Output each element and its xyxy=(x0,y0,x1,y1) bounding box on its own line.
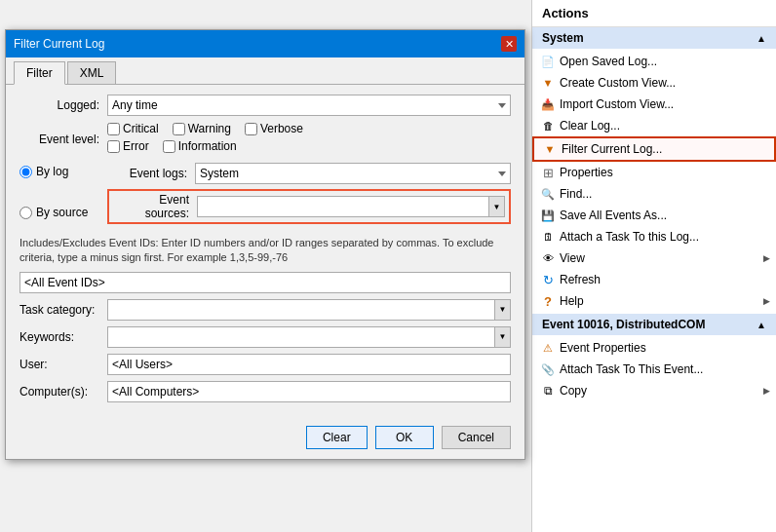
event-logs-label: Event logs: xyxy=(107,167,195,180)
logged-select[interactable]: Any time Last hour Last 12 hours Last 24… xyxy=(107,95,511,116)
task-category-input[interactable] xyxy=(108,300,494,320)
actions-panel: Actions System ▲ Open Saved Log... Creat… xyxy=(531,0,776,532)
verbose-checkbox-item[interactable]: Verbose xyxy=(245,122,303,135)
view-icon xyxy=(540,250,556,266)
critical-checkbox[interactable] xyxy=(107,123,120,135)
warning-checkbox[interactable] xyxy=(173,123,185,135)
dialog-title: Filter Current Log xyxy=(14,37,104,51)
warning-checkbox-item[interactable]: Warning xyxy=(173,122,231,135)
event-actions-list: Event Properties Attach Task To This Eve… xyxy=(532,335,776,403)
keywords-control: ▼ xyxy=(107,326,511,348)
task-category-control: ▼ xyxy=(107,299,511,321)
radio-col: By log By source xyxy=(19,163,107,230)
critical-checkbox-item[interactable]: Critical xyxy=(107,122,159,135)
by-log-radio[interactable] xyxy=(19,166,32,178)
keywords-input[interactable] xyxy=(108,327,494,347)
event-level-label: Event level: xyxy=(19,133,107,146)
system-collapse-arrow[interactable]: ▲ xyxy=(757,33,766,44)
action-save-all-events[interactable]: Save All Events As... xyxy=(532,205,776,226)
event-ids-input[interactable] xyxy=(19,272,511,293)
verbose-label: Verbose xyxy=(260,122,303,135)
computer-input[interactable] xyxy=(107,381,511,402)
clear-button[interactable]: Clear xyxy=(306,426,368,449)
find-icon xyxy=(540,186,556,202)
action-help[interactable]: Help xyxy=(532,290,776,312)
action-attach-task-event[interactable]: Attach Task To This Event... xyxy=(532,359,776,380)
keywords-wrapper: ▼ xyxy=(107,326,511,348)
verbose-checkbox[interactable] xyxy=(245,123,257,135)
event-collapse-arrow[interactable]: ▲ xyxy=(757,320,766,330)
user-input[interactable] xyxy=(107,354,511,375)
attach-icon xyxy=(540,361,556,377)
keywords-dropdown-btn[interactable]: ▼ xyxy=(494,327,510,347)
event-ids-row xyxy=(19,272,511,293)
import-icon xyxy=(540,96,556,112)
keywords-row: Keywords: ▼ xyxy=(19,326,511,348)
ok-button[interactable]: OK xyxy=(375,426,434,449)
action-import-custom-view[interactable]: Import Custom View... xyxy=(532,94,776,115)
error-checkbox-item[interactable]: Error xyxy=(107,139,149,153)
system-section-title: System xyxy=(542,31,584,45)
computer-label: Computer(s): xyxy=(19,385,107,399)
filter-current-log-dialog: Filter Current Log ✕ Filter XML Logged: … xyxy=(5,29,525,460)
event-section-title: Event 10016, DistributedCOM xyxy=(542,318,705,331)
error-checkbox[interactable] xyxy=(107,140,120,153)
logged-row: Logged: Any time Last hour Last 12 hours… xyxy=(19,95,511,116)
by-source-label: By source xyxy=(36,206,88,219)
action-create-custom-view[interactable]: Create Custom View... xyxy=(532,72,776,94)
information-checkbox-item[interactable]: Information xyxy=(163,139,237,153)
dialog-body: Logged: Any time Last hour Last 12 hours… xyxy=(6,85,524,418)
event-sources-label: Event sources: xyxy=(113,193,197,220)
action-filter-current-log[interactable]: Filter Current Log... xyxy=(532,136,776,162)
action-refresh[interactable]: Refresh xyxy=(532,269,776,290)
event-section-header[interactable]: Event 10016, DistributedCOM ▲ xyxy=(532,314,776,335)
event-sources-row: Event sources: ▼ xyxy=(107,189,511,224)
event-level-checkboxes-row2: Error Information xyxy=(107,139,511,153)
system-section-header[interactable]: System ▲ xyxy=(532,27,776,49)
funnel-icon xyxy=(540,75,556,91)
logged-control: Any time Last hour Last 12 hours Last 24… xyxy=(107,95,511,116)
action-view[interactable]: View xyxy=(532,247,776,269)
task-category-label: Task category: xyxy=(19,303,107,317)
event-sources-input[interactable] xyxy=(198,197,488,216)
clear-icon xyxy=(540,118,556,133)
event-sources-input-wrapper: ▼ xyxy=(197,196,505,217)
props-icon xyxy=(540,165,556,180)
by-log-radio-item[interactable]: By log xyxy=(19,165,99,178)
event-sources-dropdown-btn[interactable]: ▼ xyxy=(488,197,504,216)
information-label: Information xyxy=(178,139,237,153)
actions-header: Actions xyxy=(532,0,776,27)
action-clear-log[interactable]: Clear Log... xyxy=(532,115,776,136)
action-find[interactable]: Find... xyxy=(532,183,776,205)
filter-icon xyxy=(542,141,558,157)
warning-label: Warning xyxy=(188,122,231,135)
action-attach-task-log[interactable]: Attach a Task To this Log... xyxy=(532,226,776,247)
help-icon xyxy=(540,293,556,309)
description-text: Includes/Excludes Event IDs: Enter ID nu… xyxy=(19,236,511,266)
copy-icon xyxy=(540,383,556,399)
page-icon xyxy=(540,54,556,69)
dialog-close-button[interactable]: ✕ xyxy=(501,36,517,52)
cancel-button[interactable]: Cancel xyxy=(442,426,511,449)
event-logs-select[interactable]: System xyxy=(195,163,511,184)
by-source-radio[interactable] xyxy=(19,207,32,219)
user-row: User: xyxy=(19,354,511,375)
action-copy[interactable]: Copy xyxy=(532,380,776,401)
task-category-dropdown-btn[interactable]: ▼ xyxy=(494,300,510,320)
event-icon xyxy=(540,340,556,356)
computer-row: Computer(s): xyxy=(19,381,511,402)
by-source-radio-item[interactable]: By source xyxy=(19,206,99,219)
action-properties[interactable]: Properties xyxy=(532,162,776,183)
task-category-wrapper: ▼ xyxy=(107,299,511,321)
event-level-checkboxes-row1: Critical Warning Verbose xyxy=(107,122,511,135)
dialog-titlebar: Filter Current Log ✕ xyxy=(6,30,524,57)
information-checkbox[interactable] xyxy=(163,140,175,153)
tab-xml[interactable]: XML xyxy=(67,61,117,84)
system-actions-list: Open Saved Log... Create Custom View... … xyxy=(532,49,776,314)
event-logs-control: System xyxy=(195,163,511,184)
task-icon xyxy=(540,229,556,245)
action-event-properties[interactable]: Event Properties xyxy=(532,337,776,359)
task-category-row: Task category: ▼ xyxy=(19,299,511,321)
action-open-saved-log[interactable]: Open Saved Log... xyxy=(532,51,776,72)
tab-filter[interactable]: Filter xyxy=(14,61,65,85)
